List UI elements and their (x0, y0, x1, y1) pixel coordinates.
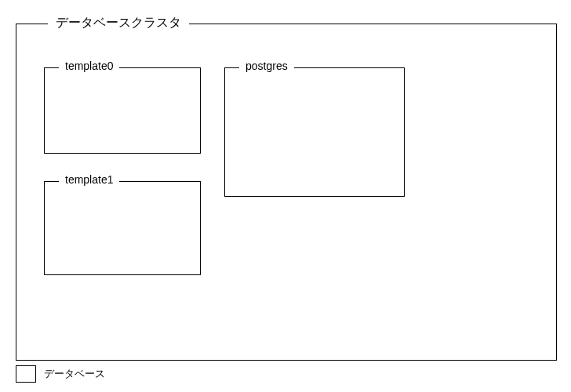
database-box-template1: template1 (44, 181, 201, 275)
database-box-postgres: postgres (224, 67, 405, 197)
legend: データベース (16, 365, 105, 383)
database-box-template0: template0 (44, 67, 201, 154)
database-cluster-frame: データベースクラスタ template0 template1 postgres (16, 24, 557, 361)
database-label: template0 (59, 60, 119, 72)
database-label: postgres (239, 60, 294, 72)
database-label: template1 (59, 173, 119, 186)
legend-label: データベース (44, 367, 105, 381)
legend-swatch (16, 365, 36, 383)
cluster-title: データベースクラスタ (48, 15, 189, 31)
